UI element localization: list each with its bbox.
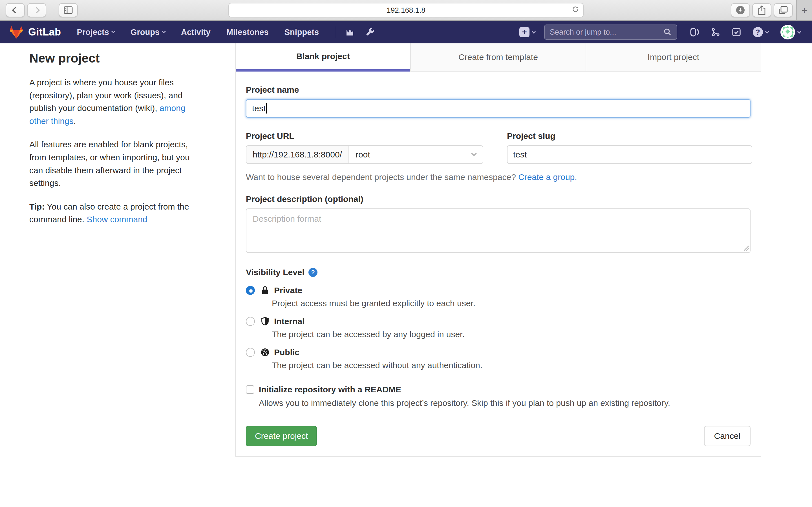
tab-create-from-template[interactable]: Create from template <box>410 43 585 71</box>
visibility-option-internal[interactable]: Internal <box>246 317 751 326</box>
browser-right-buttons: + <box>731 0 812 20</box>
new-tab-button[interactable]: + <box>796 0 812 20</box>
project-tabs: Blank project Create from template Impor… <box>236 43 761 71</box>
help-icon: ? <box>753 27 763 37</box>
project-slug-label: Project slug <box>507 131 752 141</box>
readme-desc: Allows you to immediately clone this pro… <box>259 398 751 408</box>
new-menu-button[interactable]: + <box>519 27 535 37</box>
form-actions: Create project Cancel <box>246 426 751 446</box>
nav-links: Projects Groups Activity Milestones Snip… <box>77 27 335 37</box>
description-wrap <box>246 209 751 253</box>
visibility-name: Private <box>274 286 302 295</box>
create-project-button[interactable]: Create project <box>246 426 317 446</box>
project-name-label: Project name <box>246 85 751 95</box>
merge-request-icon <box>711 27 720 37</box>
radio-internal[interactable] <box>246 317 255 326</box>
gitlab-logo[interactable]: GitLab <box>9 25 61 39</box>
nav-projects[interactable]: Projects <box>77 27 114 37</box>
tab-overview-button[interactable] <box>774 3 793 17</box>
tab-import-project[interactable]: Import project <box>586 43 761 71</box>
url-prefix: http://192.168.1.8:8000/ <box>246 146 348 163</box>
new-project-panel: Blank project Create from template Impor… <box>235 43 761 457</box>
chevron-down-icon <box>162 29 166 33</box>
radio-public[interactable] <box>246 348 255 357</box>
visibility-option-public[interactable]: Public <box>246 348 751 357</box>
identicon-avatar <box>781 25 795 39</box>
nav-snippets[interactable]: Snippets <box>285 27 319 37</box>
features-paragraph: All features are enabled for blank proje… <box>29 138 196 189</box>
cancel-button[interactable]: Cancel <box>704 426 751 446</box>
project-slug-input[interactable]: test <box>507 145 752 164</box>
help-menu-button[interactable]: ? <box>753 27 769 37</box>
visibility-help-icon[interactable]: ? <box>308 268 317 277</box>
sidebar-toggle-button[interactable] <box>59 3 78 17</box>
avatar <box>780 25 795 40</box>
namespace-select[interactable]: root <box>348 146 483 163</box>
chevron-down-icon <box>471 151 477 156</box>
plus-square-icon: + <box>519 27 529 37</box>
visibility-name: Internal <box>274 317 305 326</box>
brand-name: GitLab <box>28 26 61 38</box>
readme-option[interactable]: Initialize repository with a README <box>246 385 751 394</box>
shield-icon <box>260 317 270 326</box>
nav-divider <box>336 26 336 38</box>
project-description-label: Project description (optional) <box>246 194 751 204</box>
project-name-value: test <box>252 104 266 113</box>
back-button[interactable] <box>6 3 25 17</box>
screen: 192.168.1.8 <box>0 0 812 507</box>
intro-paragraph: A project is where you house your files … <box>29 76 196 127</box>
download-icon <box>735 5 745 15</box>
address-bar[interactable]: 192.168.1.8 <box>229 3 583 17</box>
gitlab-navbar: GitLab Projects Groups Activity Mileston… <box>0 21 812 43</box>
nav-right: + <box>519 24 801 40</box>
create-group-link[interactable]: Create a group. <box>518 172 577 182</box>
blank-project-form: Project name test Project URL http://192… <box>236 71 761 456</box>
todo-check-icon <box>732 27 741 37</box>
tab-blank-project[interactable]: Blank project <box>236 43 410 71</box>
share-icon <box>758 5 766 15</box>
visibility-desc: The project can be accessed without any … <box>272 360 751 370</box>
chevron-down-icon <box>797 30 801 34</box>
tip-label: Tip: <box>29 202 45 211</box>
reload-icon <box>572 6 579 13</box>
downloads-button[interactable] <box>731 3 750 17</box>
chart-icon <box>345 27 354 37</box>
visibility-desc: Project access must be granted explicitl… <box>272 298 751 308</box>
readme-checkbox[interactable] <box>246 385 254 394</box>
analytics-button[interactable] <box>345 27 354 37</box>
forward-button[interactable] <box>27 3 46 17</box>
plus-icon: + <box>802 5 807 16</box>
todos-button[interactable] <box>732 27 741 37</box>
global-search[interactable] <box>544 24 677 40</box>
visibility-option-private[interactable]: Private <box>246 286 751 295</box>
admin-area-button[interactable] <box>366 27 375 37</box>
new-project-sidebar: New project A project is where you house… <box>29 43 196 468</box>
project-description-input[interactable] <box>246 209 751 253</box>
merge-requests-button[interactable] <box>711 27 720 37</box>
nav-milestones[interactable]: Milestones <box>226 27 269 37</box>
tip-paragraph: Tip: You can also create a project from … <box>29 200 196 226</box>
sidebar-icon <box>64 6 73 14</box>
namespace-value: root <box>356 150 370 159</box>
reload-button[interactable] <box>572 6 579 13</box>
project-name-input[interactable]: test <box>246 99 751 118</box>
visibility-level-label: Visibility Level ? <box>246 268 751 277</box>
issues-button[interactable] <box>690 27 699 37</box>
page-title: New project <box>29 51 196 65</box>
search-input[interactable] <box>550 28 664 37</box>
radio-private[interactable] <box>246 286 255 295</box>
project-url-label: Project URL <box>246 131 483 141</box>
globe-icon <box>260 348 270 357</box>
issues-icon <box>690 27 699 37</box>
chevron-down-icon <box>532 30 536 34</box>
show-command-link[interactable]: Show command <box>87 215 147 224</box>
share-button[interactable] <box>752 3 771 17</box>
main-content: New project A project is where you house… <box>0 43 812 468</box>
nav-activity[interactable]: Activity <box>181 27 211 37</box>
nav-groups[interactable]: Groups <box>131 27 165 37</box>
lock-icon <box>260 286 270 295</box>
text-cursor <box>266 103 267 114</box>
forward-icon <box>34 7 40 13</box>
namespace-hint: Want to house several dependent projects… <box>246 172 751 182</box>
user-menu-button[interactable] <box>769 25 801 40</box>
